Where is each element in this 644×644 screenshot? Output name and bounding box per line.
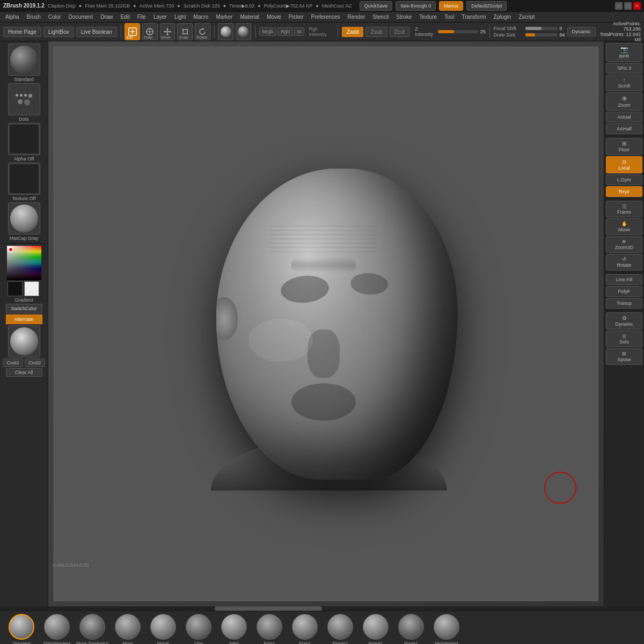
material-mode-btn[interactable] (236, 23, 251, 40)
floor-button[interactable]: ⊞ Floor (606, 138, 642, 155)
menu-item-texture[interactable]: Texture (416, 13, 440, 21)
menu-item-stencil[interactable]: Stencil (369, 13, 392, 21)
menu-item-stroke[interactable]: Stroke (393, 13, 415, 21)
menu-item-zplugin[interactable]: Zplugin (491, 13, 515, 21)
rgb-button[interactable]: Rgb (277, 27, 293, 36)
scroll-label: Scroll (618, 83, 631, 89)
zcut-button[interactable]: Zcut (390, 27, 409, 37)
scroll-bar[interactable] (0, 606, 644, 611)
move-3d-button[interactable]: ✋ Move (606, 218, 642, 235)
alternate-button[interactable]: Alternate (6, 314, 42, 324)
brush-item-move-topologica[interactable]: Move Topologica (76, 614, 108, 644)
tranup-button[interactable]: Tranup (606, 298, 642, 309)
menu-item-transform[interactable]: Transform (458, 13, 489, 21)
line-fill-button[interactable]: Line Fill (606, 274, 642, 285)
brush-item-standard[interactable]: Standard (5, 614, 38, 644)
zadd-button[interactable]: Zadd (342, 27, 364, 37)
dynamc-button[interactable]: ⚙ Dynamc (606, 312, 642, 330)
cust-preview-item[interactable] (3, 325, 46, 357)
cust1-button[interactable]: Cust1 (3, 358, 23, 367)
local-button[interactable]: ⊙ Local (606, 156, 642, 173)
alpha-item[interactable]: Alpha Off (3, 123, 46, 162)
menu-item-alpha[interactable]: Alpha (2, 13, 23, 21)
xpose-button[interactable]: ⊞ Xpose (606, 348, 642, 365)
lightbox-button[interactable]: LightBox (43, 27, 74, 37)
dynamic-button[interactable]: Dynamic (567, 27, 596, 36)
menu-item-edit[interactable]: Edit (118, 13, 133, 21)
menu-item-brush[interactable]: Brush (24, 13, 44, 21)
z-intensity-track[interactable] (438, 30, 478, 33)
solo-button[interactable]: ◎ Solo (606, 331, 642, 347)
brush-item-clay[interactable]: Clay (182, 614, 215, 644)
close-button[interactable]: ✕ (633, 2, 641, 10)
brush-item-inflat[interactable]: Inflat (218, 614, 250, 644)
menu-item-layer[interactable]: Layer (150, 13, 170, 21)
mrgb-button[interactable]: Mrgb (259, 27, 277, 36)
menu-item-draw[interactable]: Draw (97, 13, 116, 21)
menu-item-render[interactable]: Render (345, 13, 369, 21)
menu-item-preferences[interactable]: Preferences (308, 13, 343, 21)
polyf-button[interactable]: PolyF (606, 286, 642, 297)
spix-button[interactable]: SPix 3 (606, 63, 642, 74)
scroll-button[interactable]: ↕ Scroll (606, 75, 642, 91)
texture-item[interactable]: Texture Off (3, 163, 46, 201)
default-zscript-button[interactable]: DefaultZScript (466, 1, 507, 11)
actual-button[interactable]: Actual (606, 112, 642, 122)
edit-button[interactable]: Edit (125, 23, 140, 40)
brush-item-pore2[interactable]: Pore2 (289, 614, 321, 644)
brush-item-mystandard[interactable]: MyStandard (430, 614, 463, 644)
menu-item-zscript[interactable]: Zscript (515, 13, 538, 21)
frame-button[interactable]: ◫ Frame (606, 201, 642, 217)
maximize-button[interactable]: □ (624, 2, 632, 10)
brush-item-beard1[interactable]: Beard1 (360, 614, 392, 644)
cust2-button[interactable]: Cust2 (25, 358, 45, 367)
menu-item-tool[interactable]: Tool (441, 13, 457, 21)
zsub-button[interactable]: Zsub (365, 27, 387, 37)
menu-item-marker[interactable]: Marker (213, 13, 236, 21)
brush-item-pimple1[interactable]: Pimple1 (324, 614, 356, 644)
color-picker-item[interactable] (3, 246, 46, 280)
menu-item-document[interactable]: Document (65, 13, 97, 21)
menu-item-file[interactable]: File (134, 13, 149, 21)
bpr-button[interactable]: 📷 BPR (606, 43, 642, 62)
matcap-item[interactable]: MatCap Gray (3, 202, 46, 241)
canvas-area[interactable]: 0.496,0.843,0.03 (48, 41, 604, 606)
brush-item-pore1[interactable]: Pore1 (253, 614, 286, 644)
quicksave-button[interactable]: QuickSave (360, 1, 393, 11)
menu-item-picker[interactable]: Picker (286, 13, 307, 21)
clear-all-button[interactable]: Clear All (6, 368, 42, 377)
aahalf-button[interactable]: AAHalf (606, 123, 642, 134)
scroll-handle[interactable] (215, 606, 322, 611)
menu-item-movie[interactable]: Movie (264, 13, 284, 21)
brush-mode-btn[interactable] (218, 23, 233, 40)
rxyz-button[interactable]: Rxyz (606, 186, 642, 197)
brush-item-break1[interactable]: Break1 (395, 614, 427, 644)
menus-button[interactable]: Menus (439, 1, 463, 11)
ldym-button[interactable]: L:Dym (606, 174, 642, 185)
minimize-button[interactable]: ─ (615, 2, 623, 10)
focal-shift-track[interactable] (525, 27, 558, 30)
live-boolean-button[interactable]: Live Boolean (76, 27, 117, 37)
draw-button[interactable]: Draw (142, 23, 158, 40)
move-button[interactable]: Move (160, 23, 175, 40)
zoom-button[interactable]: ⊕ Zoom (606, 92, 642, 111)
m-button[interactable]: M (294, 27, 305, 36)
rotate-3d-button[interactable]: ↺ Rotate (606, 254, 642, 270)
gradient-item[interactable]: Gradient (3, 281, 46, 303)
rotate-button[interactable]: Rotate (195, 23, 210, 40)
menu-item-macro[interactable]: Macro (191, 13, 212, 21)
dots-item[interactable]: Dots (3, 83, 46, 122)
brush-item-damstandard[interactable]: DamStandard (41, 614, 73, 644)
see-through-button[interactable]: See-through 0 (396, 1, 436, 11)
brush-preview-item[interactable]: Standard (3, 43, 46, 82)
brush-item-morph[interactable]: Morph (147, 614, 179, 644)
menu-item-material[interactable]: Material (237, 13, 263, 21)
switch-color-button[interactable]: SwitchColor (6, 304, 42, 313)
brush-item-move[interactable]: Move (112, 614, 144, 644)
home-page-button[interactable]: Home Page (3, 27, 41, 37)
zoom3d-button[interactable]: ⊕ Zoom3D (606, 236, 642, 253)
scale-button[interactable]: Scale (177, 23, 193, 40)
menu-item-color[interactable]: Color (45, 13, 64, 21)
menu-item-light[interactable]: Light (171, 13, 189, 21)
draw-size-track[interactable] (525, 33, 558, 36)
